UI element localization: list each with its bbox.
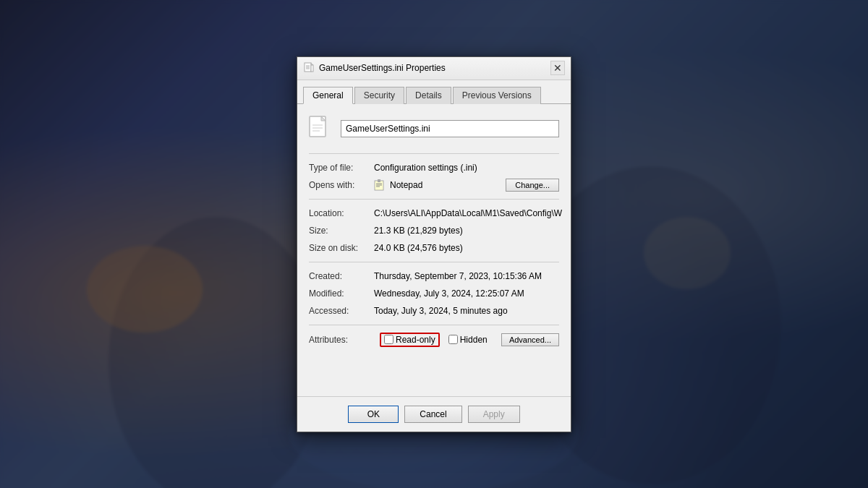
readonly-checkbox-item: Read-only [384,335,435,345]
tab-general[interactable]: General [303,87,353,104]
dialog-content: Type of file: Configuration settings (.i… [297,104,571,396]
type-value: Configuration settings (.ini) [374,161,559,174]
modified-row: Modified: Wednesday, July 3, 2024, 12:25… [309,287,559,300]
accessed-row: Accessed: Today, July 3, 2024, 5 minutes… [309,304,559,317]
titlebar-icon [303,62,315,74]
dialog-overlay: GameUserSettings.ini Properties ✕ Genera… [0,0,868,488]
checkbox-group: Read-only Hidden [380,333,495,347]
divider-1 [309,153,559,154]
hidden-checkbox[interactable] [448,335,458,344]
tab-security[interactable]: Security [354,87,404,104]
filename-row [309,116,559,142]
size-on-disk-value: 24.0 KB (24,576 bytes) [374,241,559,254]
properties-dialog: GameUserSettings.ini Properties ✕ Genera… [297,56,571,432]
size-row: Size: 21.3 KB (21,829 bytes) [309,224,559,237]
tab-previous-versions[interactable]: Previous Versions [453,87,541,104]
divider-4 [309,325,559,325]
dialog-title: GameUserSettings.ini Properties [319,63,550,73]
created-row: Created: Thursday, September 7, 2023, 10… [309,270,559,283]
divider-2 [309,199,559,200]
divider-3 [309,262,559,262]
opens-app-name: Notepad [390,180,501,190]
modified-value: Wednesday, July 3, 2024, 12:25:07 AM [374,287,559,300]
size-value: 21.3 KB (21,829 bytes) [374,224,559,237]
created-value: Thursday, September 7, 2023, 10:15:36 AM [374,270,559,283]
opens-with-row: Opens with: Notepad Change... [309,179,559,192]
tab-bar: General Security Details Previous Versio… [297,80,571,104]
opens-with-content: Notepad Change... [374,179,559,192]
location-row: Location: C:\Users\ALI\AppData\Local\M1\… [309,207,559,220]
attributes-row: Attributes: Read-only Hidden Advanced... [309,333,559,347]
advanced-button[interactable]: Advanced... [501,333,559,346]
accessed-label: Accessed: [309,304,374,317]
size-on-disk-label: Size on disk: [309,241,374,254]
hidden-checkbox-item: Hidden [448,335,488,345]
size-label: Size: [309,224,374,237]
readonly-checkbox[interactable] [384,335,393,344]
file-icon [309,116,332,142]
size-on-disk-row: Size on disk: 24.0 KB (24,576 bytes) [309,241,559,254]
dialog-footer: OK Cancel Apply [297,396,571,432]
hidden-label: Hidden [460,335,488,345]
type-row: Type of file: Configuration settings (.i… [309,161,559,174]
titlebar: GameUserSettings.ini Properties ✕ [297,57,571,80]
location-value: C:\Users\ALI\AppData\Local\M1\Saved\Conf… [374,207,562,220]
modified-label: Modified: [309,287,374,300]
tab-details[interactable]: Details [406,87,451,104]
ok-button[interactable]: OK [348,406,399,423]
svg-rect-17 [378,179,380,182]
attributes-label: Attributes: [309,335,374,345]
apply-button[interactable]: Apply [468,406,520,423]
close-button[interactable]: ✕ [550,61,565,75]
accessed-value: Today, July 3, 2024, 5 minutes ago [374,304,559,317]
readonly-highlight: Read-only [380,333,440,347]
location-label: Location: [309,207,374,220]
readonly-label: Read-only [396,335,435,345]
cancel-button[interactable]: Cancel [404,406,461,423]
svg-rect-7 [311,65,313,72]
type-label: Type of file: [309,161,374,174]
change-button[interactable]: Change... [506,179,559,192]
notepad-icon [374,179,386,191]
created-label: Created: [309,270,374,283]
opens-label: Opens with: [309,180,374,190]
filename-input[interactable] [341,120,559,137]
